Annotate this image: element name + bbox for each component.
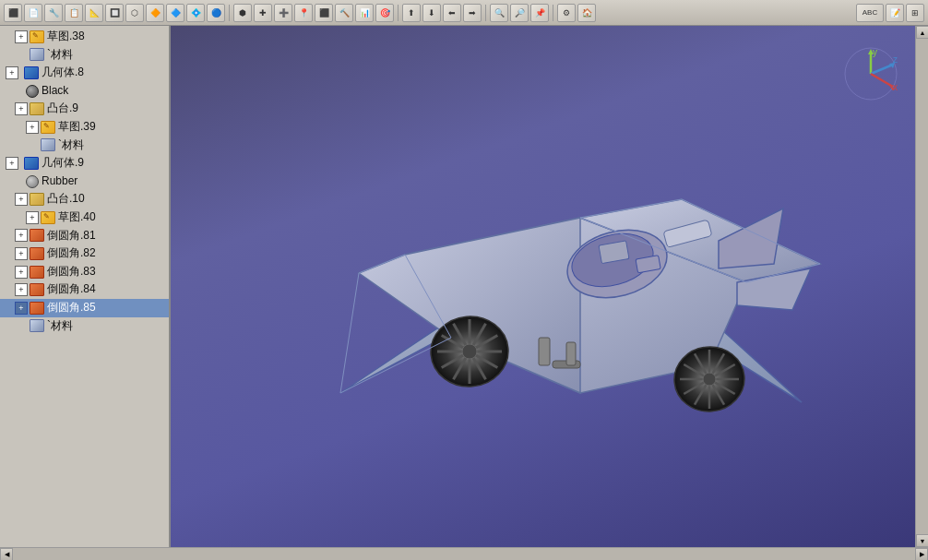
toolbar-btn-13[interactable]: ✚ (254, 4, 272, 22)
toolbar-btn-17[interactable]: 🔨 (335, 4, 353, 22)
expander-solid8[interactable]: + (6, 66, 18, 79)
toolbar-btn-25[interactable]: 🔎 (510, 4, 529, 22)
expander-fillet85[interactable]: + (15, 302, 28, 315)
tree-label-boss10: 凸台.10 (47, 192, 85, 207)
expander-sketch39[interactable]: + (26, 121, 39, 134)
tree-label-fillet85: 倒圆角.85 (47, 301, 96, 316)
tree-panel: + 草图.38 `材料 + 几何体.8 (0, 26, 171, 547)
svg-line-35 (871, 65, 893, 74)
toolbar-btn-9[interactable]: 🔷 (166, 4, 184, 22)
toolbar-btn-18[interactable]: 📊 (355, 4, 374, 22)
toolbar-btn-6[interactable]: 🔲 (105, 4, 124, 22)
tree-label-boss9: 凸台.9 (47, 101, 78, 116)
material-icon-1 (30, 48, 44, 61)
tree-item-solid8[interactable]: + 几何体.8 (0, 64, 169, 82)
fillet-icon-82 (30, 247, 44, 260)
svg-text:x: x (893, 82, 898, 92)
tree-item-black[interactable]: Black (0, 82, 169, 101)
tree-label-sketch38: 草图.38 (47, 30, 85, 44)
toolbar-btn-30[interactable]: ⊞ (906, 4, 924, 22)
toolbar-btn-3[interactable]: 🔧 (44, 4, 63, 22)
3d-viewport[interactable]: y z x (171, 26, 915, 547)
tree-label-fillet82: 倒圆角.82 (47, 246, 96, 261)
tree-item-rubber[interactable]: Rubber (0, 173, 169, 191)
svg-text:y: y (873, 47, 877, 57)
toolbar-btn-16[interactable]: ⬛ (315, 4, 333, 22)
tree-item-solid9[interactable]: + 几何体.9 (0, 154, 169, 173)
toolbar-btn-4[interactable]: 📋 (65, 4, 83, 22)
toolbar-btn-19[interactable]: 🎯 (375, 4, 394, 22)
toolbar-btn-10[interactable]: 💠 (186, 4, 205, 22)
tree-item-fillet81[interactable]: + 倒圆角.81 (0, 227, 169, 245)
svg-rect-28 (539, 338, 550, 365)
scroll-down-btn[interactable]: ▼ (916, 534, 928, 547)
separator-1 (229, 5, 230, 21)
toolbar-btn-8[interactable]: 🔶 (146, 4, 164, 22)
toolbar-btn-5[interactable]: 📐 (85, 4, 103, 22)
right-scrollbar[interactable]: ▲ ▼ (915, 26, 928, 547)
expander-sketch40[interactable]: + (26, 211, 39, 224)
boss-icon-10 (30, 193, 44, 206)
svg-marker-26 (719, 209, 783, 268)
expander-solid9[interactable]: + (6, 157, 18, 170)
scroll-left-btn[interactable]: ◀ (0, 548, 13, 561)
tree-item-fillet85[interactable]: + 倒圆角.85 (0, 299, 169, 317)
scroll-right-btn[interactable]: ▶ (915, 548, 928, 561)
toolbar-btn-24[interactable]: 🔍 (490, 4, 508, 22)
material-icon-2 (41, 138, 55, 151)
tree-item-fillet84[interactable]: + 倒圆角.84 (0, 280, 169, 299)
expander-boss9[interactable]: + (15, 102, 28, 115)
toolbar-btn-1[interactable]: ⬛ (4, 4, 22, 22)
expander-boss10[interactable]: + (15, 193, 28, 206)
svg-line-38 (871, 74, 893, 87)
tree-item-material2[interactable]: `材料 (0, 137, 169, 155)
toolbar-btn-29[interactable]: 📝 (886, 4, 904, 22)
h-scroll-track[interactable] (13, 548, 915, 561)
toolbar-btn-11[interactable]: 🔵 (207, 4, 225, 22)
expander-fillet84[interactable]: + (15, 283, 28, 296)
tree-label-fillet84: 倒圆角.84 (47, 282, 96, 297)
scroll-up-btn[interactable]: ▲ (916, 26, 928, 39)
toolbar-btn-27[interactable]: ⚙ (557, 4, 576, 22)
toolbar: ⬛ 📄 🔧 📋 📐 🔲 ⬡ 🔶 🔷 💠 🔵 ⬢ ✚ ➕ 📍 ⬛ 🔨 📊 🎯 ⬆ … (0, 0, 928, 26)
toolbar-btn-20[interactable]: ⬆ (402, 4, 421, 22)
tree-item-fillet82[interactable]: + 倒圆角.82 (0, 244, 169, 263)
sketch-icon-39 (41, 121, 55, 134)
bottom-bar: ◀ ▶ (0, 547, 928, 560)
tree-label-sketch40: 草图.40 (58, 210, 96, 225)
tree-item-material1[interactable]: `材料 (0, 46, 169, 65)
toolbar-btn-23[interactable]: ➡ (463, 4, 482, 22)
svg-rect-30 (566, 342, 576, 365)
toolbar-btn-15[interactable]: 📍 (294, 4, 313, 22)
toolbar-btn-2[interactable]: 📄 (24, 4, 42, 22)
svg-text:z: z (893, 54, 898, 65)
tree-item-sketch39[interactable]: + 草图.39 (0, 118, 169, 137)
tree-item-material3[interactable]: `材料 (0, 317, 169, 336)
sketch-icon-40 (41, 211, 55, 224)
toolbar-btn-26[interactable]: 📌 (530, 4, 549, 22)
bottom-scrollbar[interactable]: ◀ ▶ (0, 548, 928, 560)
fillet-icon-85 (30, 302, 44, 315)
toolbar-btn-21[interactable]: ⬇ (422, 4, 441, 22)
toolbar-btn-text[interactable]: ABC (856, 4, 884, 22)
solid-icon-9 (24, 157, 39, 170)
toolbar-btn-28[interactable]: 🏠 (577, 4, 596, 22)
tree-item-sketch40[interactable]: + 草图.40 (0, 209, 169, 227)
toolbar-btn-14[interactable]: ➕ (274, 4, 292, 22)
tree-item-sketch38[interactable]: + 草图.38 (0, 28, 169, 46)
expander-fillet81[interactable]: + (15, 229, 28, 242)
toolbar-btn-7[interactable]: ⬡ (125, 4, 144, 22)
svg-point-22 (703, 373, 716, 386)
boss-icon-9 (30, 102, 44, 115)
expander-fillet82[interactable]: + (15, 247, 28, 260)
scroll-track[interactable] (916, 39, 928, 534)
expander-fillet83[interactable]: + (15, 266, 28, 279)
material-icon-3 (30, 319, 44, 332)
tree-item-fillet83[interactable]: + 倒圆角.83 (0, 263, 169, 281)
toolbar-btn-22[interactable]: ⬅ (443, 4, 461, 22)
expander-sketch38[interactable]: + (15, 30, 28, 43)
toolbar-btn-12[interactable]: ⬢ (233, 4, 252, 22)
solid-icon-8 (24, 66, 39, 79)
tree-item-boss9[interactable]: + 凸台.9 (0, 100, 169, 118)
tree-item-boss10[interactable]: + 凸台.10 (0, 190, 169, 209)
